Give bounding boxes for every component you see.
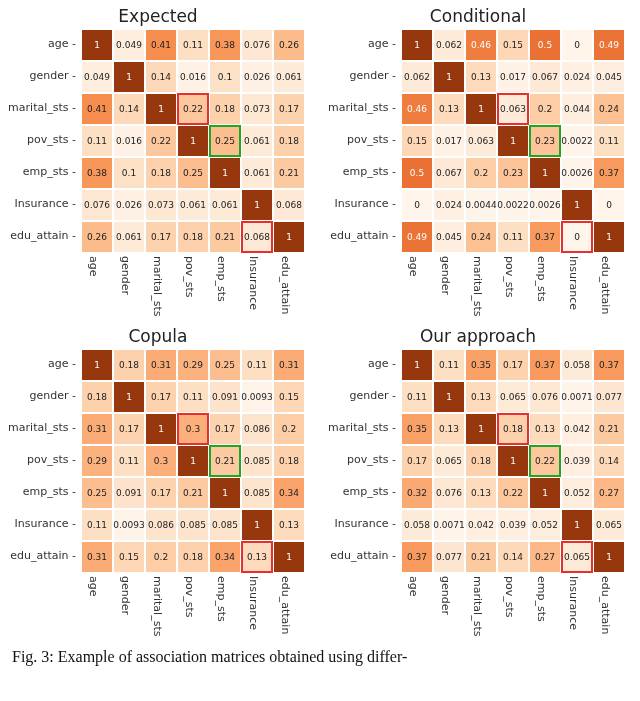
heatmap-cell: 0.058 [401, 509, 433, 541]
heatmap-cell: 0.49 [593, 29, 625, 61]
x-axis-label: gender [112, 254, 144, 322]
heatmap-cell: 1 [497, 125, 529, 157]
heatmap-cell: 0.085 [177, 509, 209, 541]
heatmap-cell: 0.37 [529, 221, 561, 253]
heatmap-cell: 0.063 [497, 93, 529, 125]
heatmap-cell: 0.17 [145, 221, 177, 253]
heatmap-cell: 0.18 [209, 93, 241, 125]
heatmap-cell: 0.15 [113, 541, 145, 573]
y-axis-label: age - [324, 28, 400, 60]
heatmap-cell: 0.042 [561, 413, 593, 445]
heatmap-cell: 1 [209, 477, 241, 509]
heatmap-cell: 1 [209, 157, 241, 189]
heatmap-cell: 0.27 [529, 541, 561, 573]
heatmap-cell: 1 [241, 509, 273, 541]
heatmap-cell: 1 [113, 61, 145, 93]
heatmap-cell: 1 [273, 221, 305, 253]
heatmap-cell: 0.31 [81, 541, 113, 573]
heatmap-cell: 0.5 [401, 157, 433, 189]
heatmap-cell: 1 [401, 29, 433, 61]
heatmap-cell: 0.049 [113, 29, 145, 61]
heatmap-cell: 0.3 [145, 445, 177, 477]
y-axis-label: age - [4, 348, 80, 380]
x-axis-label: pov_sts [176, 574, 208, 642]
heatmap-cell: 0.11 [81, 509, 113, 541]
heatmap-cell: 0.5 [529, 29, 561, 61]
y-axis-label: marital_sts - [4, 92, 80, 124]
heatmap: 10.110.350.170.370.0580.370.1110.130.065… [400, 348, 626, 574]
x-axis-label: Insurance [240, 254, 272, 322]
heatmap-cell: 0.32 [401, 477, 433, 509]
panel-title: Expected [4, 6, 312, 26]
heatmap-cell: 0.23 [497, 157, 529, 189]
heatmap-cell: 0.18 [273, 125, 305, 157]
heatmap-cell: 0.068 [273, 189, 305, 221]
heatmap-cell: 0.026 [113, 189, 145, 221]
heatmap-cell: 0.065 [561, 541, 593, 573]
heatmap-cell: 0 [561, 29, 593, 61]
heatmap-cell: 0.17 [497, 349, 529, 381]
x-axis-label: age [400, 574, 432, 642]
heatmap-cell: 0.14 [497, 541, 529, 573]
heatmap: 10.0490.410.110.380.0760.260.04910.140.0… [80, 28, 306, 254]
panel-title: Our approach [324, 326, 632, 346]
heatmap-cell: 0.017 [497, 61, 529, 93]
y-axis-label: Insurance - [324, 188, 400, 220]
heatmap-cell: 0.21 [593, 413, 625, 445]
heatmap-cell: 0.065 [593, 509, 625, 541]
heatmap-cell: 1 [113, 381, 145, 413]
heatmap-cell: 0.22 [145, 125, 177, 157]
heatmap-cell: 0.061 [241, 125, 273, 157]
heatmap-cell: 0.0022 [497, 189, 529, 221]
y-axis-label: edu_attain - [4, 220, 80, 252]
heatmap-cell: 0.17 [273, 93, 305, 125]
heatmap-cell: 0.044 [561, 93, 593, 125]
heatmap-cell: 0.0022 [561, 125, 593, 157]
heatmap-panel: Copulaage -gender -marital_sts -pov_sts … [4, 326, 312, 642]
heatmap-cell: 0.25 [209, 125, 241, 157]
x-axis-label: marital_sts [464, 254, 496, 322]
heatmap-cell: 0.25 [177, 157, 209, 189]
heatmap-cell: 1 [465, 93, 497, 125]
x-axis-label: Insurance [240, 574, 272, 642]
heatmap-cell: 1 [561, 509, 593, 541]
heatmap-cell: 0.38 [81, 157, 113, 189]
heatmap-cell: 0.13 [465, 381, 497, 413]
heatmap-cell: 0.2 [465, 157, 497, 189]
heatmap-cell: 0.15 [401, 125, 433, 157]
heatmap-cell: 0.11 [113, 445, 145, 477]
x-axis-label: emp_sts [208, 574, 240, 642]
heatmap-cell: 0.13 [273, 509, 305, 541]
heatmap-cell: 0.091 [113, 477, 145, 509]
x-axis-label: gender [432, 574, 464, 642]
heatmap-cell: 0.31 [145, 349, 177, 381]
y-axis-label: gender - [4, 380, 80, 412]
heatmap-cell: 0.3 [177, 413, 209, 445]
heatmap-cell: 1 [529, 477, 561, 509]
heatmap-cell: 0.091 [209, 381, 241, 413]
heatmap-cell: 0.061 [209, 189, 241, 221]
heatmap-cell: 0.016 [177, 61, 209, 93]
heatmap-cell: 0.085 [241, 477, 273, 509]
heatmap-cell: 1 [81, 349, 113, 381]
heatmap-cell: 1 [273, 541, 305, 573]
y-axis-label: edu_attain - [324, 220, 400, 252]
heatmap-cell: 0.24 [593, 93, 625, 125]
heatmap-cell: 0.016 [113, 125, 145, 157]
heatmap-cell: 0.31 [273, 349, 305, 381]
heatmap-cell: 0.18 [145, 157, 177, 189]
heatmap-cell: 0.086 [145, 509, 177, 541]
heatmap-cell: 0.026 [241, 61, 273, 93]
heatmap-cell: 0.21 [209, 221, 241, 253]
heatmap-cell: 0.061 [241, 157, 273, 189]
heatmap-cell: 1 [177, 445, 209, 477]
heatmap-cell: 0.2 [145, 541, 177, 573]
y-axis-label: marital_sts - [324, 412, 400, 444]
heatmap-cell: 0.2 [529, 93, 561, 125]
x-axis-label: pov_sts [496, 254, 528, 322]
heatmap-cell: 0.073 [145, 189, 177, 221]
x-axis-label: age [80, 574, 112, 642]
heatmap-cell: 0.34 [273, 477, 305, 509]
heatmap-cell: 0.18 [81, 381, 113, 413]
x-axis-label: gender [112, 574, 144, 642]
